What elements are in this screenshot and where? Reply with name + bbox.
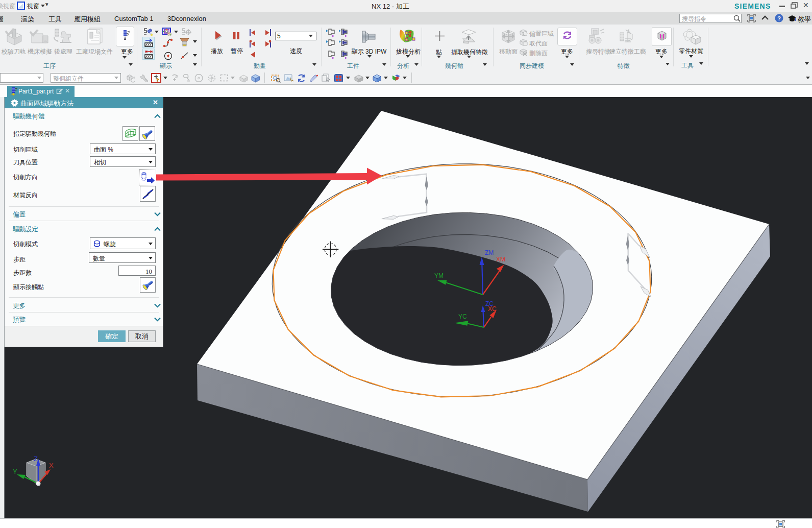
svg-text:YM: YM [434, 272, 444, 279]
svg-text:YC: YC [458, 313, 467, 320]
svg-text:XC: XC [488, 305, 497, 313]
svg-text:X: X [49, 462, 54, 469]
svg-text:ZM: ZM [485, 249, 494, 256]
svg-text:Z: Z [34, 455, 38, 463]
svg-text:Y: Y [13, 468, 17, 475]
svg-text:XM: XM [496, 256, 505, 263]
